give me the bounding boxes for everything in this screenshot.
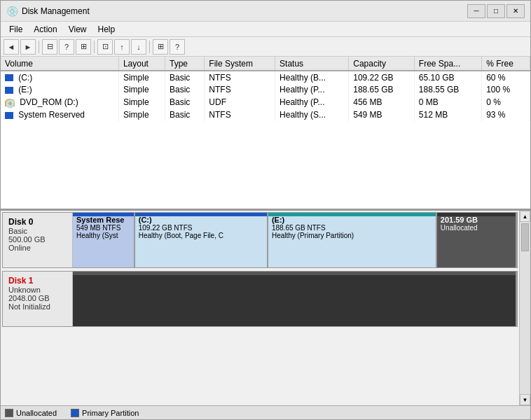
menu-bar: File Action View Help — [1, 22, 530, 37]
col-free[interactable]: Free Spa... — [414, 57, 481, 71]
vol-name: 💿 DVD_ROM (D:) — [1, 96, 118, 108]
disk1-status: Not Initializd — [8, 302, 67, 311]
disk1-size: 2048.00 GB — [8, 294, 67, 302]
legend-unallocated: Unallocated — [5, 409, 57, 417]
table-row[interactable]: (E:) Simple Basic NTFS Healthy (P... 188… — [1, 83, 530, 96]
partition-system-reserved[interactable]: System Rese 549 MB NTFS Healthy (Syst — [73, 213, 135, 267]
partition-unallocated[interactable]: 201.59 GB Unallocated — [437, 213, 517, 267]
vol-type: Basic — [165, 71, 205, 83]
col-type[interactable]: Type — [165, 57, 205, 71]
legend-primary: Primary Partition — [71, 409, 139, 417]
vol-status: Healthy (B... — [275, 71, 349, 83]
vol-pct: 60 % — [482, 71, 530, 83]
view-button[interactable]: ⊞ — [76, 39, 91, 55]
scroll-thumb[interactable] — [521, 223, 529, 251]
menu-file[interactable]: File — [4, 23, 28, 36]
disk0-label: Disk 0 Basic 500.00 GB Online — [3, 213, 73, 267]
disk0-size: 500.00 GB — [8, 235, 67, 244]
col-pct[interactable]: % Free — [482, 57, 530, 71]
col-volume[interactable]: Volume — [1, 57, 118, 71]
up-button[interactable]: ↑ — [114, 39, 130, 55]
legend-primary-box — [71, 409, 79, 417]
table-area: Volume Layout Type File System Status Ca… — [1, 57, 530, 211]
col-capacity[interactable]: Capacity — [349, 57, 415, 71]
col-fs[interactable]: File System — [205, 57, 275, 71]
disk-map-area: Disk 0 Basic 500.00 GB Online System Res… — [1, 211, 519, 405]
vol-capacity: 109.22 GB — [349, 71, 415, 83]
scroll-track[interactable] — [520, 222, 530, 394]
col-status[interactable]: Status — [275, 57, 349, 71]
status-bar: Unallocated Primary Partition — [1, 405, 530, 419]
maximize-button[interactable]: □ — [487, 4, 505, 18]
properties-button[interactable]: ⊞ — [153, 39, 168, 55]
help2-button[interactable]: ? — [170, 39, 185, 55]
vol-layout: Simple — [118, 71, 165, 83]
partition-uninitialized[interactable] — [73, 272, 517, 326]
disk1-type: Unknown — [8, 286, 67, 294]
main-content: Volume Layout Type File System Status Ca… — [1, 57, 530, 405]
disk1-name: Disk 1 — [8, 276, 67, 286]
legend-unallocated-label: Unallocated — [16, 409, 57, 417]
menu-action[interactable]: Action — [28, 23, 62, 36]
legend-primary-label: Primary Partition — [82, 409, 139, 417]
vol-name: (E:) — [1, 83, 118, 96]
disk0-status: Online — [8, 244, 67, 252]
disk-map-container: Disk 0 Basic 500.00 GB Online System Res… — [1, 211, 530, 405]
partition-e[interactable]: (E:) 188.65 GB NTFS Healthy (Primary Par… — [268, 213, 437, 267]
title-controls: ─ □ ✕ — [467, 4, 525, 18]
table-row[interactable]: (C:) Simple Basic NTFS Healthy (B... 109… — [1, 71, 530, 83]
toolbar: ◄ ► ⊟ ? ⊞ ⊡ ↑ ↓ ⊞ ? — [1, 37, 530, 57]
disk0-type: Basic — [8, 227, 67, 235]
menu-help[interactable]: Help — [92, 23, 121, 36]
disk1-label: Disk 1 Unknown 2048.00 GB Not Initializd — [3, 272, 73, 326]
scroll-up-button[interactable]: ▲ — [520, 211, 530, 222]
col-layout[interactable]: Layout — [118, 57, 165, 71]
legend-unallocated-box — [5, 409, 13, 417]
refresh-button[interactable]: ⊡ — [97, 39, 113, 55]
scroll-down-button[interactable]: ▼ — [520, 394, 530, 405]
disk0-partitions: System Rese 549 MB NTFS Healthy (Syst (C… — [73, 213, 517, 267]
collapse-button[interactable]: ⊟ — [42, 39, 57, 55]
close-button[interactable]: ✕ — [506, 4, 525, 18]
forward-button[interactable]: ► — [20, 39, 36, 55]
minimize-button[interactable]: ─ — [467, 4, 485, 18]
help-button[interactable]: ? — [59, 39, 74, 55]
main-window: 💿 Disk Management ─ □ ✕ File Action View… — [0, 0, 531, 420]
menu-view[interactable]: View — [63, 23, 92, 36]
scrollbar: ▲ ▼ — [519, 211, 530, 405]
disk0-row: Disk 0 Basic 500.00 GB Online System Res… — [2, 212, 518, 268]
partition-c[interactable]: (C:) 109.22 GB NTFS Healthy (Boot, Page … — [135, 213, 268, 267]
disk-table: Volume Layout Type File System Status Ca… — [1, 57, 530, 121]
table-row[interactable]: 💿 DVD_ROM (D:) Simple Basic UDF Healthy … — [1, 96, 530, 108]
window-title: Disk Management — [22, 6, 467, 16]
disk1-row: Disk 1 Unknown 2048.00 GB Not Initializd… — [2, 271, 518, 327]
vol-name: (C:) — [1, 71, 118, 83]
app-icon: 💿 — [6, 6, 18, 17]
disk1-partitions — [73, 272, 517, 326]
vol-free: 65.10 GB — [414, 71, 481, 83]
down-button[interactable]: ↓ — [131, 39, 146, 55]
vol-name: System Reserved — [1, 108, 118, 121]
back-button[interactable]: ◄ — [4, 39, 19, 55]
vol-fs: NTFS — [205, 71, 275, 83]
table-row[interactable]: System Reserved Simple Basic NTFS Health… — [1, 108, 530, 121]
title-bar: 💿 Disk Management ─ □ ✕ — [1, 1, 530, 22]
disk0-name: Disk 0 — [8, 217, 67, 227]
